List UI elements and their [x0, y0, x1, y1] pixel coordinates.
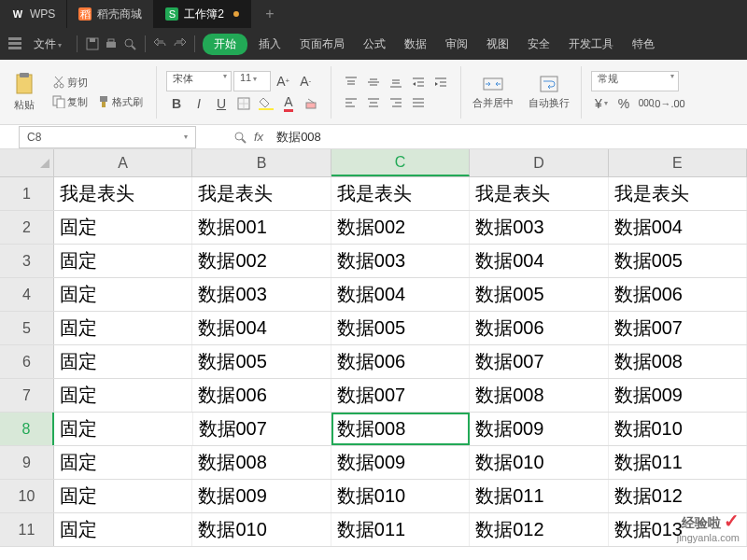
formula-input[interactable] [271, 128, 747, 146]
cell-C11[interactable]: 数据011 [331, 513, 470, 546]
cell-E5[interactable]: 数据007 [609, 312, 747, 344]
cell-A5[interactable]: 固定 [54, 312, 192, 344]
start-tab[interactable]: 开始 [203, 34, 247, 55]
currency-button[interactable]: ¥▾ [591, 93, 612, 114]
format-painter-button[interactable]: 格式刷 [93, 93, 147, 111]
cell-A8[interactable]: 固定 [54, 413, 193, 445]
row-header-9[interactable]: 9 [0, 446, 54, 479]
clear-format-button[interactable] [301, 93, 321, 114]
cell-E7[interactable]: 数据009 [609, 379, 747, 412]
decrease-indent-button[interactable] [408, 73, 429, 91]
cell-B8[interactable]: 数据007 [193, 413, 332, 445]
cell-C3[interactable]: 数据003 [331, 245, 470, 277]
cell-D6[interactable]: 数据007 [470, 345, 608, 378]
row-header-4[interactable]: 4 [0, 278, 54, 311]
font-color-button[interactable]: A [278, 93, 299, 114]
cell-D11[interactable]: 数据012 [470, 513, 608, 546]
align-left-button[interactable] [341, 93, 361, 112]
cell-E2[interactable]: 数据004 [609, 211, 747, 244]
cell-D5[interactable]: 数据006 [470, 312, 608, 344]
app-tab-store[interactable]: 稻 稻壳商城 [67, 0, 154, 28]
cell-C1[interactable]: 我是表头 [331, 177, 470, 210]
cell-C7[interactable]: 数据007 [331, 379, 470, 412]
increase-font-button[interactable]: A+ [273, 71, 293, 91]
cell-B10[interactable]: 数据009 [192, 480, 331, 512]
align-right-button[interactable] [386, 93, 406, 112]
number-format-select[interactable]: 常规▾ [591, 71, 679, 91]
menu-data[interactable]: 数据 [397, 33, 434, 56]
cell-A3[interactable]: 固定 [54, 245, 192, 277]
cell-E8[interactable]: 数据010 [609, 413, 748, 445]
row-header-2[interactable]: 2 [0, 211, 54, 244]
cell-A10[interactable]: 固定 [54, 480, 192, 512]
font-size-select[interactable]: 11▾ [233, 71, 271, 91]
new-tab-button[interactable]: + [251, 0, 289, 28]
menu-insert[interactable]: 插入 [251, 33, 289, 56]
paste-button[interactable]: 粘贴 [7, 68, 41, 116]
app-tab-workbook[interactable]: S 工作簿2 [154, 0, 251, 28]
cell-A6[interactable]: 固定 [54, 345, 192, 378]
cell-E6[interactable]: 数据008 [609, 345, 747, 378]
cell-A2[interactable]: 固定 [54, 211, 192, 244]
save-icon[interactable] [85, 36, 100, 51]
underline-button[interactable]: U [211, 93, 232, 114]
italic-button[interactable]: I [189, 93, 209, 114]
cell-B3[interactable]: 数据002 [192, 245, 331, 277]
font-name-select[interactable]: 宋体▾ [166, 71, 232, 91]
file-menu[interactable]: 文件▾ [26, 33, 69, 56]
cell-E9[interactable]: 数据011 [609, 446, 747, 479]
row-header-1[interactable]: 1 [0, 177, 54, 210]
cell-B5[interactable]: 数据004 [192, 312, 331, 344]
column-header-B[interactable]: B [192, 149, 331, 176]
cell-A11[interactable]: 固定 [54, 513, 192, 546]
cell-D2[interactable]: 数据003 [470, 211, 608, 244]
cell-E10[interactable]: 数据012 [609, 480, 747, 512]
cell-D7[interactable]: 数据008 [470, 379, 608, 412]
align-bottom-button[interactable] [386, 73, 406, 91]
menu-features[interactable]: 特色 [625, 33, 662, 56]
cell-B7[interactable]: 数据006 [192, 379, 331, 412]
fill-color-button[interactable] [256, 93, 276, 114]
cell-D3[interactable]: 数据004 [470, 245, 608, 277]
cell-C6[interactable]: 数据006 [331, 345, 470, 378]
fx-label[interactable]: fx [254, 130, 263, 144]
cell-C9[interactable]: 数据009 [331, 446, 470, 479]
row-header-3[interactable]: 3 [0, 245, 54, 277]
cell-D9[interactable]: 数据010 [470, 446, 608, 479]
align-center-button[interactable] [363, 93, 384, 112]
column-header-D[interactable]: D [470, 149, 608, 176]
merge-center-button[interactable]: 合并居中 [467, 70, 519, 114]
cell-A4[interactable]: 固定 [54, 278, 192, 311]
cell-D10[interactable]: 数据011 [470, 480, 608, 512]
justify-button[interactable] [408, 93, 429, 112]
cell-C8[interactable]: 数据008 [331, 413, 470, 445]
cell-B4[interactable]: 数据003 [192, 278, 331, 311]
decrease-font-button[interactable]: A- [295, 71, 316, 91]
row-header-8[interactable]: 8 [0, 413, 54, 445]
align-top-button[interactable] [341, 73, 361, 91]
cell-E11[interactable]: 数据013 [609, 513, 747, 546]
copy-button[interactable]: 复制 [49, 93, 92, 111]
app-menu-icon[interactable] [7, 36, 22, 51]
menu-security[interactable]: 安全 [520, 33, 557, 56]
menu-view[interactable]: 视图 [479, 33, 516, 56]
cell-B2[interactable]: 数据001 [192, 211, 331, 244]
row-header-10[interactable]: 10 [0, 480, 54, 512]
increase-indent-button[interactable] [430, 73, 451, 91]
cell-D1[interactable]: 我是表头 [470, 177, 608, 210]
cell-B11[interactable]: 数据010 [192, 513, 331, 546]
percent-button[interactable]: % [613, 93, 634, 114]
row-header-11[interactable]: 11 [0, 513, 54, 546]
print-icon[interactable] [104, 36, 119, 51]
border-button[interactable] [233, 93, 254, 114]
cell-D4[interactable]: 数据005 [470, 278, 608, 311]
bold-button[interactable]: B [166, 93, 187, 114]
row-header-6[interactable]: 6 [0, 345, 54, 378]
cell-B9[interactable]: 数据008 [192, 446, 331, 479]
cell-A9[interactable]: 固定 [54, 446, 192, 479]
cell-C5[interactable]: 数据005 [331, 312, 470, 344]
zoom-icon[interactable] [233, 131, 247, 144]
cell-C4[interactable]: 数据004 [331, 278, 470, 311]
cell-A1[interactable]: 我是表头 [54, 177, 192, 210]
cell-D8[interactable]: 数据009 [470, 413, 609, 445]
